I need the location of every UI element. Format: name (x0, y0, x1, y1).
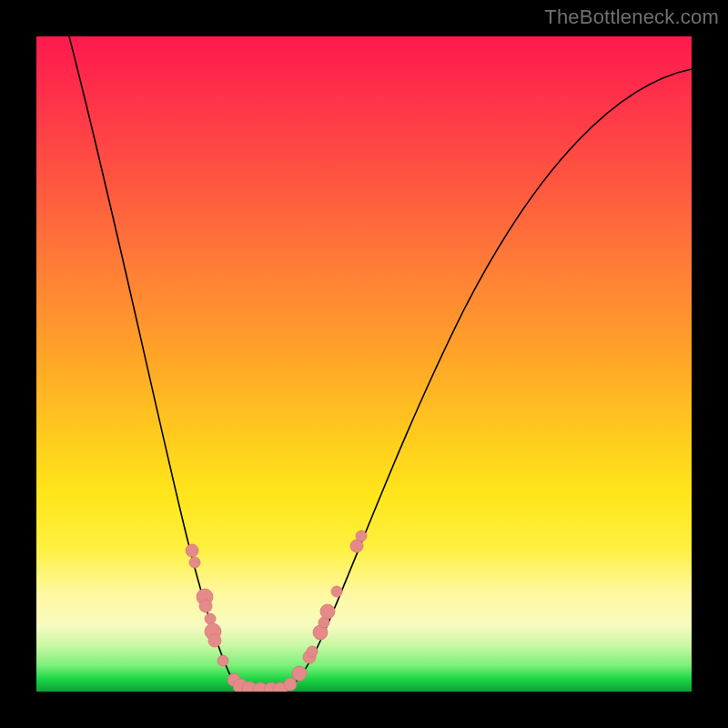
highlight-dot (199, 600, 212, 612)
dot-group (186, 531, 367, 692)
highlight-dot (307, 646, 318, 657)
highlight-dot (186, 544, 198, 557)
highlight-dot (320, 604, 335, 619)
watermark-text: TheBottleneck.com (544, 5, 719, 29)
highlight-dot (292, 666, 307, 681)
right-curve (282, 69, 692, 692)
highlight-dot (217, 655, 228, 666)
highlight-dot (205, 613, 216, 624)
curve-layer (36, 36, 692, 692)
left-curve (69, 36, 251, 692)
highlight-dot (189, 557, 200, 568)
highlight-dot (331, 586, 342, 597)
chart-stage: TheBottleneck.com (0, 0, 728, 728)
highlight-dot (356, 531, 367, 541)
highlight-dot (208, 634, 221, 647)
highlight-dot (284, 678, 297, 691)
plot-area (36, 36, 692, 692)
